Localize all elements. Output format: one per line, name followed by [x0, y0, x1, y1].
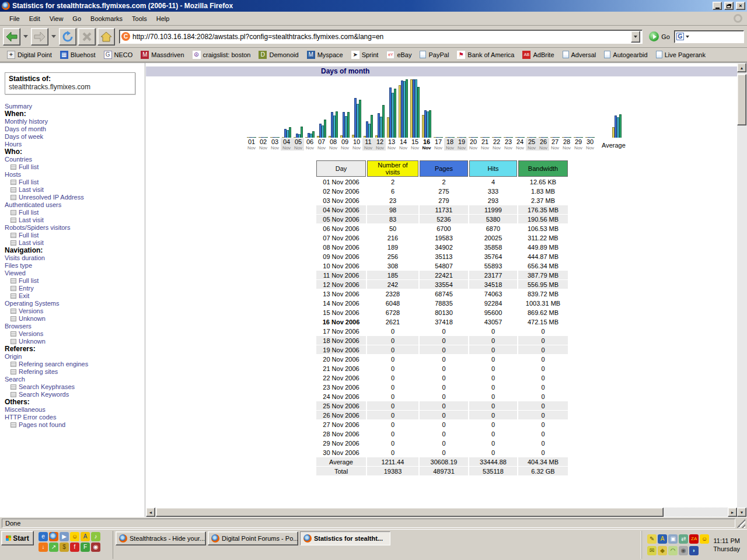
- close-button[interactable]: ×: [736, 2, 745, 10]
- minimize-button[interactable]: [713, 2, 722, 10]
- home-button[interactable]: [97, 28, 115, 46]
- url-dropdown-button[interactable]: [631, 31, 640, 43]
- menu-item-tools[interactable]: Tools: [127, 13, 152, 24]
- taskbar-window-button[interactable]: Statistics for stealtht...: [300, 531, 390, 545]
- sidebar-item[interactable]: Origin: [5, 353, 145, 360]
- sidebar-item[interactable]: Browsers: [5, 323, 145, 330]
- search-engine-dropdown-icon[interactable]: [686, 36, 689, 38]
- aim-tray-icon[interactable]: A: [658, 534, 667, 544]
- menu-item-edit[interactable]: Edit: [25, 13, 45, 24]
- sidebar-item[interactable]: Days of month: [5, 125, 145, 133]
- sidebar-item[interactable]: Last visit: [5, 216, 145, 224]
- flash-icon[interactable]: f: [70, 542, 79, 552]
- sidebar-item[interactable]: Refering search engines: [5, 360, 145, 368]
- sidebar-item[interactable]: Full list: [5, 178, 145, 186]
- scroll-down-icon[interactable]: ▼: [737, 508, 746, 517]
- sidebar-item[interactable]: Full list: [5, 163, 145, 171]
- sidebar-item[interactable]: Full list: [5, 209, 145, 216]
- horizontal-scrollbar[interactable]: ◄ ►: [146, 508, 737, 517]
- forward-dropdown-icon[interactable]: [51, 35, 56, 38]
- yahoo-smiley-icon[interactable]: ☺: [70, 532, 79, 541]
- taskbar-window-button[interactable]: Stealthtracks - Hide your...: [116, 531, 206, 545]
- reload-button[interactable]: [59, 28, 76, 46]
- bookmark-item[interactable]: MMassdriven: [137, 50, 187, 60]
- mail-tray-icon[interactable]: ✉: [647, 546, 657, 555]
- diamond-tray-icon[interactable]: ◆: [658, 546, 667, 555]
- vertical-scroll-thumb[interactable]: [737, 74, 746, 125]
- horizontal-scroll-thumb[interactable]: [156, 508, 664, 517]
- vertical-scrollbar[interactable]: ▲ ▼: [737, 63, 747, 517]
- aim-icon[interactable]: A: [81, 532, 90, 541]
- sidebar-item[interactable]: HTTP Error codes: [5, 414, 145, 421]
- download-icon[interactable]: ↓: [39, 542, 48, 552]
- start-button[interactable]: Start: [1, 531, 34, 545]
- bookmark-item[interactable]: ⚑Bank of America: [453, 50, 518, 60]
- zonealarm-tray-icon[interactable]: ZA: [689, 534, 699, 544]
- stop-button[interactable]: [78, 28, 96, 46]
- resize-grip[interactable]: [737, 519, 745, 528]
- back-dropdown-icon[interactable]: [23, 35, 28, 38]
- sidebar-item[interactable]: Countries: [5, 156, 145, 163]
- sidebar-item[interactable]: Viewed: [5, 270, 145, 277]
- bookmark-item[interactable]: DDemonoid: [255, 50, 302, 60]
- menu-item-help[interactable]: Help: [152, 13, 174, 24]
- scroll-left-icon[interactable]: ◄: [146, 508, 155, 517]
- menu-item-go[interactable]: Go: [68, 13, 86, 24]
- sidebar-item[interactable]: Refering sites: [5, 368, 145, 376]
- bookmark-item[interactable]: ➤Sprint: [348, 50, 382, 60]
- media-player-icon[interactable]: ▶: [60, 532, 69, 541]
- menu-item-bookmarks[interactable]: Bookmarks: [86, 13, 127, 24]
- bookmark-item[interactable]: Live Pagerank: [652, 50, 709, 60]
- menu-item-view[interactable]: View: [45, 13, 68, 24]
- sidebar-item[interactable]: Search Keyphrases: [5, 383, 145, 391]
- bookmark-item[interactable]: GNECO: [100, 50, 137, 60]
- sidebar-item[interactable]: Days of week: [5, 133, 145, 141]
- bookmark-item[interactable]: Autogearbid: [601, 50, 651, 60]
- bookmark-item[interactable]: ▦Bluehost: [57, 50, 99, 60]
- scroll-up-icon[interactable]: ▲: [737, 63, 746, 72]
- search-box[interactable]: G: [674, 30, 744, 43]
- realplayer-icon[interactable]: ◉: [91, 542, 100, 552]
- back-button[interactable]: [3, 28, 20, 46]
- sidebar-item[interactable]: Files type: [5, 262, 145, 270]
- search-input[interactable]: [691, 33, 742, 40]
- flashget-icon[interactable]: ↗: [49, 542, 58, 552]
- sidebar-item[interactable]: Versions: [5, 307, 145, 315]
- bookmark-item[interactable]: ✦Digital Point: [4, 50, 55, 60]
- notes-tray-icon[interactable]: ✎: [647, 534, 657, 544]
- restore-button[interactable]: [724, 2, 734, 10]
- bookmark-item[interactable]: Adversal: [559, 50, 600, 60]
- sidebar-item[interactable]: Full list: [5, 232, 145, 239]
- smiley-tray-icon[interactable]: ☺: [700, 534, 709, 544]
- url-input[interactable]: [132, 33, 629, 41]
- nvidia-tray-icon[interactable]: ◠: [668, 546, 678, 555]
- sidebar-item[interactable]: Search: [5, 376, 145, 383]
- sidebar-item[interactable]: Authenticated users: [5, 201, 145, 209]
- sidebar-item[interactable]: Versions: [5, 330, 145, 338]
- sidebar-item[interactable]: Operating Systems: [5, 300, 145, 307]
- bookmark-item[interactable]: ABAdBrite: [519, 50, 557, 60]
- bookmark-item[interactable]: PayPal: [416, 50, 452, 60]
- sidebar-item[interactable]: Unknown: [5, 315, 145, 323]
- bookmark-item[interactable]: eYeBay: [383, 50, 415, 60]
- sync-tray-icon[interactable]: ⇄: [679, 534, 688, 544]
- sidebar-item[interactable]: Miscellaneous: [5, 406, 145, 414]
- display-tray-icon[interactable]: ▣: [668, 534, 678, 544]
- firefox-icon[interactable]: [49, 532, 58, 541]
- taskbar-window-button[interactable]: Digital Point Forums - Po...: [208, 531, 298, 545]
- sidebar-item[interactable]: Unresolved IP Address: [5, 194, 145, 201]
- sidebar-item[interactable]: Robots/Spiders visitors: [5, 224, 145, 232]
- coin-icon[interactable]: $: [60, 542, 69, 552]
- scroll-right-icon[interactable]: ►: [728, 508, 737, 517]
- network-tray-icon[interactable]: ◗: [689, 546, 699, 555]
- itunes-icon[interactable]: ♪: [91, 532, 100, 541]
- frog-icon[interactable]: F: [81, 542, 90, 552]
- sidebar-item[interactable]: Visits duration: [5, 254, 145, 262]
- menu-item-file[interactable]: File: [5, 13, 25, 24]
- sidebar-item[interactable]: Hours: [5, 141, 145, 148]
- forward-button[interactable]: [31, 28, 48, 46]
- sidebar-item[interactable]: Hosts: [5, 171, 145, 178]
- sidebar-item[interactable]: Monthly history: [5, 118, 145, 125]
- bookmark-item[interactable]: MMyspace: [303, 50, 347, 60]
- bookmark-item[interactable]: ☮craigslist: boston: [189, 50, 254, 60]
